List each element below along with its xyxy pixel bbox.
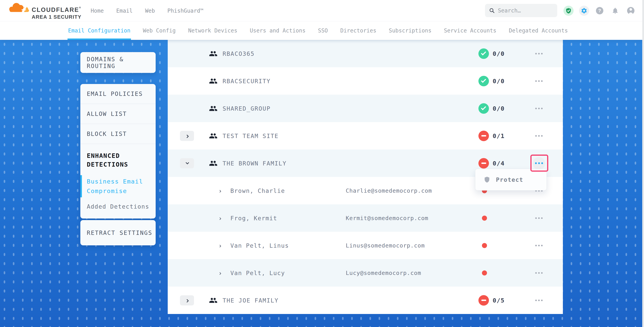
protected-count: 0/4: [493, 160, 505, 167]
chevron-right-icon: [185, 135, 189, 138]
row-menu-button[interactable]: [533, 294, 545, 307]
top-header: CLOUDFLARE® AREA 1 SECURITY Home Email W…: [0, 0, 644, 21]
main-content: DOMAINS & ROUTING EMAIL POLICIES ALLOW L…: [0, 40, 644, 327]
tab-subscriptions[interactable]: Subscriptions: [389, 21, 431, 40]
tab-network-devices[interactable]: Network Devices: [188, 21, 237, 40]
bell-icon: [612, 7, 619, 14]
chevron-right-icon[interactable]: [218, 271, 222, 275]
menu-item-protect[interactable]: Protect: [496, 176, 523, 183]
shield-check-icon: [564, 6, 574, 16]
expand-button[interactable]: [180, 131, 194, 141]
group-name[interactable]: SHARED_GROUP: [222, 105, 271, 112]
chevron-right-icon: [185, 299, 189, 303]
security-status-button[interactable]: [561, 6, 576, 16]
sidebar-card-domains-routing[interactable]: DOMAINS & ROUTING: [80, 52, 156, 73]
tab-sso[interactable]: SSO: [318, 21, 328, 40]
group-name[interactable]: THE BROWN FAMILY: [222, 160, 286, 167]
row-menu-button[interactable]: [533, 102, 545, 115]
nav-item-email[interactable]: Email: [116, 7, 132, 14]
nav-item-web[interactable]: Web: [145, 7, 155, 14]
table-row-group: SHARED_GROUP 0/0: [168, 95, 563, 122]
member-email: Kermit@somedemocorp.com: [346, 215, 428, 221]
search-input[interactable]: [498, 7, 553, 14]
group-icon: [209, 132, 218, 140]
table-row-group: RBACSECURITY 0/0: [168, 67, 563, 95]
settings-button[interactable]: [576, 6, 592, 16]
check-icon: [481, 105, 486, 110]
tab-users-and-actions[interactable]: Users and Actions: [250, 21, 306, 40]
table-row-member: Frog, Kermit Kermit@somedemocorp.com: [168, 204, 563, 232]
member-name[interactable]: Van Pelt, Linus: [230, 242, 289, 249]
help-icon: ?: [596, 7, 603, 14]
member-email: Charlie@somedemocorp.com: [346, 187, 432, 194]
sidebar-item-email-policies[interactable]: EMAIL POLICIES: [80, 84, 156, 104]
row-menu-button[interactable]: [533, 130, 545, 142]
protected-count: 0/5: [493, 297, 505, 304]
protected-count: 0/0: [493, 78, 505, 85]
primary-nav: Home Email Web PhishGuard™: [91, 0, 204, 21]
table-row-member: Van Pelt, Linus Linus@somedemocorp.com: [168, 232, 563, 259]
tab-email-configuration[interactable]: Email Configuration: [68, 21, 130, 40]
sidebar-card-retract-settings[interactable]: RETRACT SETTINGS: [80, 220, 156, 245]
header-icon-cluster: ?: [561, 0, 638, 21]
row-menu-button[interactable]: [533, 239, 545, 252]
help-button[interactable]: ?: [592, 7, 608, 14]
app-window: CLOUDFLARE® AREA 1 SECURITY Home Email W…: [0, 0, 644, 327]
chevron-right-icon[interactable]: [218, 189, 222, 193]
group-name[interactable]: TEST TEAM SITE: [222, 132, 278, 139]
status-fail-badge: [478, 158, 489, 169]
shield-icon: [484, 176, 490, 183]
member-name[interactable]: Van Pelt, Lucy: [230, 270, 285, 276]
sidebar-section-enhanced-detections: ENHANCED DETECTIONS Business Email Compr…: [80, 144, 156, 219]
search-icon: [489, 7, 495, 13]
brand-title: CLOUDFLARE®: [32, 6, 82, 13]
check-icon: [481, 50, 486, 55]
scrollbar[interactable]: [642, 0, 644, 327]
table-row-group: TEST TEAM SITE 0/1: [168, 122, 563, 149]
member-name[interactable]: Brown, Charlie: [230, 187, 285, 194]
minus-icon: [481, 135, 486, 136]
tab-web-config[interactable]: Web Config: [143, 21, 176, 40]
user-icon-head: [630, 8, 632, 11]
group-icon: [209, 296, 218, 305]
chevron-right-icon[interactable]: [218, 244, 222, 248]
sidebar-item-retract-settings[interactable]: RETRACT SETTINGS: [80, 229, 152, 236]
chevron-right-icon[interactable]: [218, 216, 222, 220]
sidebar-item-enhanced-detections[interactable]: ENHANCED DETECTIONS: [87, 151, 147, 169]
group-name[interactable]: RBACSECURITY: [222, 78, 271, 84]
status-fail-badge: [478, 295, 489, 306]
tab-delegated-accounts[interactable]: Delegated Accounts: [509, 21, 568, 40]
sidebar-item-domains-routing[interactable]: DOMAINS & ROUTING: [80, 56, 156, 69]
account-button[interactable]: [623, 7, 638, 14]
notifications-button[interactable]: [608, 7, 623, 14]
row-menu-button[interactable]: [533, 267, 545, 279]
sidebar-item-allow-list[interactable]: ALLOW LIST: [80, 104, 156, 124]
secondary-nav: Email Configuration Web Config Network D…: [0, 21, 644, 40]
table-row-group: RBACO365 0/0: [168, 40, 563, 67]
member-name[interactable]: Frog, Kermit: [230, 215, 277, 221]
sidebar-item-added-detections[interactable]: Added Detections: [87, 203, 150, 210]
group-icon: [209, 104, 218, 113]
group-name[interactable]: THE JOE FAMILY: [222, 297, 278, 304]
nav-item-phishguard[interactable]: PhishGuard™: [167, 7, 203, 14]
check-icon: [481, 78, 486, 83]
cloudflare-logo-icon: [9, 2, 30, 13]
search-bar[interactable]: [485, 4, 557, 17]
brand-text: CLOUDFLARE® AREA 1 SECURITY: [32, 6, 82, 19]
collapse-button[interactable]: [180, 158, 194, 168]
expand-button[interactable]: [180, 295, 194, 306]
nav-item-home[interactable]: Home: [91, 7, 104, 14]
row-menu-button[interactable]: [533, 47, 545, 60]
question-glyph: ?: [598, 8, 601, 13]
tab-service-accounts[interactable]: Service Accounts: [444, 21, 496, 40]
sidebar-item-business-email-compromise[interactable]: Business Email Compromise: [87, 177, 145, 196]
status-fail-badge: [478, 131, 489, 141]
sidebar-item-block-list[interactable]: BLOCK LIST: [80, 124, 156, 144]
protected-count: 0/0: [493, 50, 505, 57]
group-name[interactable]: RBACO365: [222, 50, 255, 57]
row-menu-button[interactable]: [533, 212, 545, 224]
protected-count: 0/1: [493, 132, 505, 139]
row-menu-button[interactable]: [533, 75, 545, 87]
tab-directories[interactable]: Directories: [340, 21, 376, 40]
brand-name: CLOUDFLARE: [32, 6, 79, 13]
